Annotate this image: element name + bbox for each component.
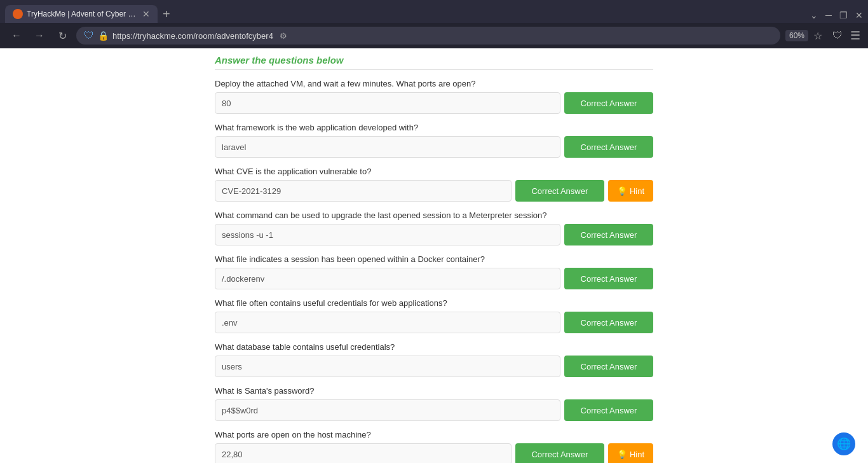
correct-button-q4[interactable]: Correct Answer bbox=[564, 224, 653, 245]
refresh-button[interactable]: ↻ bbox=[53, 27, 71, 45]
shield-icon: 🛡 bbox=[84, 30, 94, 41]
question-block-q3: What CVE is the application vulnerable t… bbox=[215, 167, 653, 202]
tab-favicon bbox=[13, 9, 23, 19]
answer-input-q4[interactable] bbox=[215, 224, 560, 245]
question-text-q3: What CVE is the application vulnerable t… bbox=[215, 167, 653, 176]
question-text-q1: Deploy the attached VM, and wait a few m… bbox=[215, 79, 653, 88]
hint-bulb-icon: 💡 bbox=[617, 186, 627, 196]
correct-button-q3[interactable]: Correct Answer bbox=[515, 180, 604, 202]
answer-input-q2[interactable] bbox=[215, 136, 560, 158]
question-block-q4: What command can be used to upgrade the … bbox=[215, 211, 653, 245]
question-text-q4: What command can be used to upgrade the … bbox=[215, 211, 653, 220]
permissions-icon: ⚙ bbox=[280, 31, 287, 41]
tab-bar: TryHackMe | Advent of Cyber 2... ✕ + ⌄ ─… bbox=[0, 0, 868, 23]
nav-bar: ← → ↻ 🛡 🔒 https://tryhackme.com/room/adv… bbox=[0, 23, 868, 48]
menu-icon[interactable]: ☰ bbox=[850, 29, 860, 43]
answer-input-q7[interactable] bbox=[215, 356, 560, 377]
lock-icon: 🔒 bbox=[98, 31, 109, 41]
answer-input-q5[interactable] bbox=[215, 268, 560, 289]
zoom-level: 60% bbox=[785, 30, 808, 41]
active-tab[interactable]: TryHackMe | Advent of Cyber 2... ✕ bbox=[5, 5, 158, 23]
question-block-q8: What is Santa's password? Correct Answer bbox=[215, 386, 653, 421]
question-text-q2: What framework is the web application de… bbox=[215, 123, 653, 132]
answer-input-q1[interactable] bbox=[215, 92, 560, 114]
chat-globe-button[interactable]: 🌐 bbox=[832, 432, 855, 455]
close-window-button[interactable]: ✕ bbox=[855, 10, 863, 20]
tab-close-button[interactable]: ✕ bbox=[142, 9, 150, 19]
answer-input-q6[interactable] bbox=[215, 312, 560, 333]
tabs-dropdown-icon[interactable]: ⌄ bbox=[810, 10, 818, 20]
question-block-q5: What file indicates a session has been o… bbox=[215, 254, 653, 289]
url-bar[interactable]: 🛡 🔒 https://tryhackme.com/room/adventofc… bbox=[76, 27, 780, 45]
question-block-q2: What framework is the web application de… bbox=[215, 123, 653, 158]
back-button[interactable]: ← bbox=[8, 27, 25, 45]
correct-button-q1[interactable]: Correct Answer bbox=[564, 92, 653, 114]
question-text-q9: What ports are open on the host machine? bbox=[215, 430, 653, 439]
correct-button-q7[interactable]: Correct Answer bbox=[564, 356, 653, 377]
new-tab-button[interactable]: + bbox=[158, 5, 175, 23]
url-text: https://tryhackme.com/room/adventofcyber… bbox=[112, 31, 273, 41]
question-text-q6: What file often contains useful credenti… bbox=[215, 298, 653, 308]
hint-button-q9[interactable]: 💡 Hint bbox=[608, 443, 653, 463]
correct-button-q8[interactable]: Correct Answer bbox=[564, 399, 653, 421]
answer-input-q9[interactable] bbox=[215, 443, 512, 463]
question-text-q7: What database table contains useful cred… bbox=[215, 342, 653, 352]
answer-input-q3[interactable] bbox=[215, 180, 512, 202]
answer-input-q8[interactable] bbox=[215, 399, 560, 421]
minimize-button[interactable]: ─ bbox=[825, 10, 832, 20]
bookmark-icon[interactable]: ☆ bbox=[813, 30, 822, 42]
section-title: Answer the questions below bbox=[215, 55, 653, 70]
page-content: Answer the questions below Deploy the at… bbox=[0, 48, 868, 463]
tab-title: TryHackMe | Advent of Cyber 2... bbox=[27, 10, 139, 18]
question-text-q8: What is Santa's password? bbox=[215, 386, 653, 396]
correct-button-q9[interactable]: Correct Answer bbox=[515, 443, 604, 463]
correct-button-q5[interactable]: Correct Answer bbox=[564, 268, 653, 289]
restore-button[interactable]: ❐ bbox=[839, 10, 848, 20]
question-block-q9: What ports are open on the host machine?… bbox=[215, 430, 653, 463]
correct-button-q6[interactable]: Correct Answer bbox=[564, 312, 653, 333]
hint-button-q3[interactable]: 💡 Hint bbox=[608, 180, 653, 202]
question-text-q5: What file indicates a session has been o… bbox=[215, 254, 653, 264]
forward-button[interactable]: → bbox=[31, 27, 48, 45]
account-icon[interactable]: 🛡 bbox=[832, 30, 843, 41]
question-block-q7: What database table contains useful cred… bbox=[215, 342, 653, 377]
correct-button-q2[interactable]: Correct Answer bbox=[564, 136, 653, 158]
question-block-q6: What file often contains useful credenti… bbox=[215, 298, 653, 333]
hint-bulb-icon-q9: 💡 bbox=[617, 450, 627, 459]
question-block-q1: Deploy the attached VM, and wait a few m… bbox=[215, 79, 653, 114]
